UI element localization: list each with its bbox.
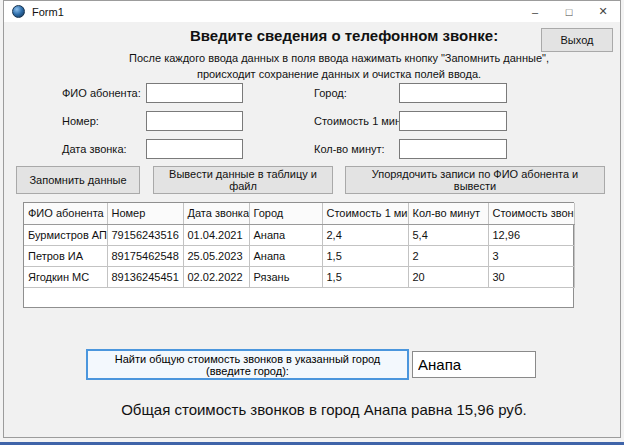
column-header-date[interactable]: Дата звонка (183, 203, 249, 224)
cell-city[interactable]: Анапа (249, 224, 322, 245)
cell-cost[interactable]: 2,4 (322, 224, 408, 245)
cell-date[interactable]: 25.05.2023 (183, 245, 249, 266)
save-data-button[interactable]: Запомнить данные (16, 166, 140, 194)
cell-city[interactable]: Рязань (249, 266, 322, 287)
window-controls: – □ ✕ (518, 1, 620, 22)
number-label: Номер: (62, 115, 99, 127)
instructions-line-2: происходит сохранение данных и очистка п… (109, 67, 569, 83)
cell-total[interactable]: 3 (488, 245, 574, 266)
minutes-label: Кол-во минут: (314, 143, 385, 155)
cell-date[interactable]: 02.02.2022 (183, 266, 249, 287)
find-total-cost-button[interactable]: Найти общую стоимость звонков в указанны… (86, 349, 409, 380)
cell-number[interactable]: 89175462548 (107, 245, 183, 266)
cell-cost[interactable]: 1,5 (322, 266, 408, 287)
app-window: Form1 – □ ✕ Выход Введите сведения о тел… (3, 0, 621, 438)
sort-records-button[interactable]: Упорядочить записи по ФИО абонента и выв… (345, 166, 605, 194)
cell-fio[interactable]: Ягодкин МС (24, 266, 107, 287)
calls-table: ФИО абонента Номер Дата звонка Город Сто… (23, 202, 574, 308)
close-icon[interactable]: ✕ (586, 1, 620, 22)
number-input[interactable] (146, 111, 243, 131)
table-row[interactable]: Ягодкин МС 89136245451 02.02.2022 Рязань… (24, 266, 574, 287)
cell-fio[interactable]: Бурмистров АП (24, 224, 107, 245)
search-city-input[interactable] (412, 351, 536, 378)
city-input[interactable] (399, 83, 507, 103)
column-header-city[interactable]: Город (249, 203, 322, 224)
fio-input[interactable] (146, 83, 243, 103)
minimize-icon[interactable]: – (518, 1, 552, 22)
table-row[interactable]: Петров ИА 89175462548 25.05.2023 Анапа 1… (24, 245, 574, 266)
table-header-row: ФИО абонента Номер Дата звонка Город Сто… (24, 203, 574, 224)
column-header-minutes[interactable]: Кол-во минут (408, 203, 488, 224)
minutes-input[interactable] (399, 139, 507, 159)
cell-number[interactable]: 79156243516 (107, 224, 183, 245)
table-row[interactable]: Бурмистров АП 79156243516 01.04.2021 Ана… (24, 224, 574, 245)
column-header-number[interactable]: Номер (107, 203, 183, 224)
app-icon (12, 5, 25, 18)
city-label: Город: (314, 87, 347, 99)
cost-label: Стоимость 1 мин: (314, 115, 404, 127)
instructions-text: После каждого ввода данных в поля ввода … (109, 51, 569, 83)
cost-input[interactable] (399, 111, 507, 131)
column-header-fio[interactable]: ФИО абонента (24, 203, 107, 224)
cell-date[interactable]: 01.04.2021 (183, 224, 249, 245)
column-header-total[interactable]: Стоимость звонка (488, 203, 574, 224)
cell-total[interactable]: 30 (488, 266, 574, 287)
cell-fio[interactable]: Петров ИА (24, 245, 107, 266)
maximize-icon[interactable]: □ (552, 1, 586, 22)
date-input[interactable] (146, 139, 243, 159)
window-title: Form1 (32, 6, 64, 18)
cell-minutes[interactable]: 20 (408, 266, 488, 287)
cell-number[interactable]: 89136245451 (107, 266, 183, 287)
cell-total[interactable]: 12,96 (488, 224, 574, 245)
export-data-button[interactable]: Вывести данные в таблицу и файл (153, 166, 333, 194)
total-cost-result-label: Общая стоимость звонков в город Анапа ра… (34, 401, 614, 418)
date-label: Дата звонка: (62, 143, 127, 155)
column-header-cost[interactable]: Стоимость 1 мин. (322, 203, 408, 224)
cell-minutes[interactable]: 2 (408, 245, 488, 266)
cell-cost[interactable]: 1,5 (322, 245, 408, 266)
title-bar: Form1 – □ ✕ (4, 1, 620, 22)
page-title: Введите сведения о телефонном звонке: (124, 27, 564, 44)
cell-city[interactable]: Анапа (249, 245, 322, 266)
cell-minutes[interactable]: 5,4 (408, 224, 488, 245)
instructions-line-1: После каждого ввода данных в поля ввода … (109, 51, 569, 67)
fio-label: ФИО абонента: (62, 87, 141, 99)
